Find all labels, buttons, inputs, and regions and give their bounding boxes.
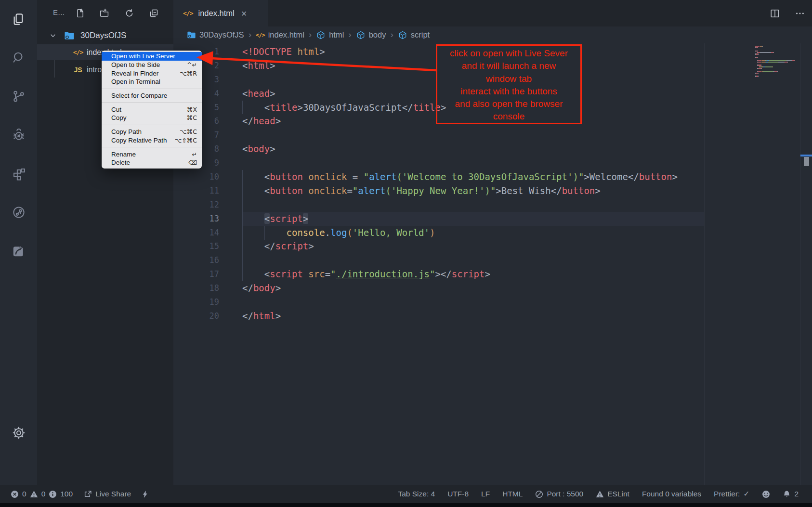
overview-scrollbar-thumb[interactable] bbox=[804, 157, 809, 166]
breadcrumb-separator: › bbox=[390, 29, 393, 40]
minimap-line bbox=[755, 58, 797, 59]
menu-item-copy-relative-path[interactable]: Copy Relative Path⌥⇧⌘C bbox=[102, 136, 202, 145]
explorer-icon[interactable] bbox=[0, 5, 37, 34]
refresh-icon[interactable] bbox=[123, 7, 135, 19]
share-arrow-icon[interactable] bbox=[0, 236, 37, 265]
minimap-line bbox=[755, 76, 797, 77]
annotation-line: and it will launch a new bbox=[437, 60, 580, 72]
close-icon[interactable]: × bbox=[241, 9, 247, 18]
menu-item-copy-path[interactable]: Copy Path⌥⌘C bbox=[102, 128, 202, 136]
annotation-line: window tab bbox=[437, 73, 580, 85]
language-mode[interactable]: HTML bbox=[502, 490, 523, 498]
tab-size-indicator[interactable]: Tab Size: 4 bbox=[398, 490, 435, 498]
prettier-status[interactable]: Prettier: ✓ bbox=[714, 490, 749, 498]
minimap-line bbox=[755, 49, 797, 50]
breadcrumb-separator: › bbox=[309, 29, 312, 40]
split-editor-icon[interactable] bbox=[768, 6, 782, 21]
feedback-smiley[interactable] bbox=[762, 490, 770, 498]
collapse-folders-icon[interactable] bbox=[147, 7, 160, 19]
folder-icon bbox=[187, 31, 196, 39]
window-bottom-edge bbox=[0, 503, 812, 507]
menu-separator bbox=[102, 102, 202, 103]
check-icon: ✓ bbox=[743, 490, 749, 498]
more-actions-icon[interactable] bbox=[793, 6, 807, 21]
minimap-line bbox=[755, 46, 797, 47]
code-line-13: 13 <script> bbox=[173, 212, 812, 226]
bell-icon bbox=[783, 490, 791, 498]
symbol-cube-icon bbox=[316, 30, 326, 40]
minimap-line bbox=[755, 69, 797, 70]
menu-item-cut[interactable]: Cut⌘X bbox=[102, 105, 202, 114]
tab-index-html[interactable]: </> index.html × bbox=[173, 0, 268, 26]
breadcrumb-file[interactable]: </> index.html bbox=[256, 30, 304, 39]
encoding-indicator[interactable]: UTF-8 bbox=[447, 490, 469, 498]
extensions-icon[interactable] bbox=[0, 159, 37, 188]
minimap[interactable] bbox=[755, 46, 797, 78]
menu-item-delete[interactable]: Delete⌫ bbox=[102, 158, 202, 167]
menu-item-open-to-the-side[interactable]: Open to the Side^↵ bbox=[102, 61, 202, 69]
code-line-16: 16 bbox=[173, 253, 812, 267]
minimap-line bbox=[755, 57, 797, 58]
minimap-line bbox=[755, 68, 797, 69]
folder-row-30daysofjs[interactable]: 30DaysOfJS bbox=[37, 28, 173, 43]
breadcrumb-script-node[interactable]: script bbox=[398, 30, 430, 40]
html-file-icon: </> bbox=[71, 49, 85, 56]
live-server-port[interactable]: Port : 5500 bbox=[535, 490, 583, 498]
menu-separator bbox=[102, 89, 202, 89]
code-line-8: 8<body> bbox=[173, 142, 812, 156]
code-line-10: 10 <button onclick = "alert('Welcome to … bbox=[173, 170, 812, 184]
code-line-14: 14 console.log('Hello, World') bbox=[173, 226, 812, 240]
problems-errors[interactable]: 0 bbox=[11, 490, 26, 498]
new-folder-icon[interactable] bbox=[98, 7, 110, 19]
code-line-11: 11 <button onclick="alert('Happy New Yea… bbox=[173, 184, 812, 198]
menu-item-rename[interactable]: Rename↵ bbox=[102, 150, 202, 158]
folder-icon bbox=[64, 31, 75, 40]
menu-item-open-with-live-server[interactable]: Open with Live Server bbox=[102, 52, 202, 61]
tab-label: index.html bbox=[198, 9, 234, 18]
code-line-18: 18</body> bbox=[173, 281, 812, 295]
live-share-circle-icon[interactable] bbox=[0, 198, 37, 227]
minimap-line bbox=[755, 53, 797, 54]
vscode-window: E... 30DaysOfJS </> index.html bbox=[0, 0, 812, 507]
overview-current-line-marker bbox=[800, 155, 812, 156]
new-file-icon[interactable] bbox=[74, 7, 86, 19]
breadcrumb-folder[interactable]: 30DaysOfJS bbox=[187, 30, 244, 39]
menu-item-open-in-terminal[interactable]: Open in Terminal bbox=[102, 78, 202, 86]
search-icon[interactable] bbox=[0, 43, 37, 72]
annotation-line: and also open the browser bbox=[437, 98, 580, 110]
menu-item-select-for-compare[interactable]: Select for Compare bbox=[102, 91, 202, 100]
minimap-line bbox=[755, 55, 797, 56]
source-control-icon[interactable] bbox=[0, 82, 37, 111]
code-line-20: 20</html> bbox=[173, 309, 812, 323]
notifications-bell[interactable]: 2 bbox=[783, 490, 799, 498]
menu-item-copy[interactable]: Copy⌘C bbox=[102, 114, 202, 122]
problems-warnings[interactable]: 0 bbox=[30, 490, 46, 498]
js-file-icon: JS bbox=[71, 66, 85, 74]
annotation-box: click on open with Live Severand it will… bbox=[436, 44, 582, 124]
annotation-line: click on open with Live Sever bbox=[437, 47, 580, 60]
minimap-line bbox=[755, 62, 797, 63]
annotation-line: interact with the buttons bbox=[437, 85, 580, 98]
run-debug-icon[interactable] bbox=[0, 121, 37, 150]
variables-status[interactable]: Found 0 variables bbox=[642, 490, 701, 498]
menu-separator bbox=[102, 147, 202, 147]
info-count[interactable]: 100 bbox=[49, 490, 73, 498]
slash-circle-icon bbox=[535, 490, 543, 498]
breadcrumb-body-node[interactable]: body bbox=[356, 30, 386, 40]
tab-bar: </> index.html × bbox=[173, 0, 812, 26]
minimap-line bbox=[755, 52, 797, 53]
code-line-19: 19 bbox=[173, 295, 812, 309]
minimap-line bbox=[755, 66, 797, 67]
share-export-icon bbox=[84, 490, 92, 498]
warning-icon bbox=[30, 490, 38, 498]
live-share-button[interactable]: Live Share bbox=[84, 490, 131, 498]
folder-root-label: 30DaysOfJS bbox=[80, 31, 126, 40]
eol-indicator[interactable]: LF bbox=[481, 490, 490, 498]
eslint-status[interactable]: ESLint bbox=[596, 490, 629, 498]
menu-item-reveal-in-finder[interactable]: Reveal in Finder⌥⌘R bbox=[102, 69, 202, 78]
info-icon bbox=[49, 490, 57, 498]
lightning-icon[interactable] bbox=[141, 490, 149, 498]
breadcrumb-html-node[interactable]: html bbox=[316, 30, 344, 40]
html-file-icon: </> bbox=[256, 32, 265, 39]
settings-gear-icon[interactable] bbox=[0, 418, 37, 447]
